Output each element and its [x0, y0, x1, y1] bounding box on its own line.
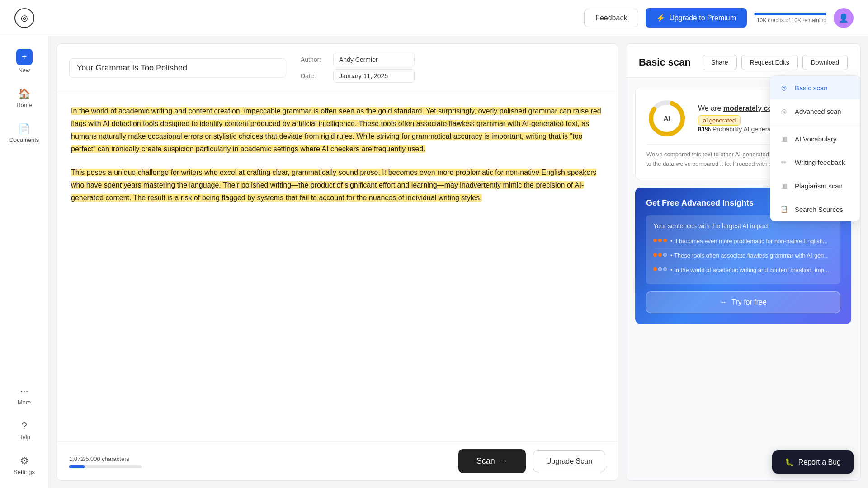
dropdown-divider-1 [770, 125, 860, 125]
footer-right: Scan → Upgrade Scan [458, 449, 605, 473]
sidebar-item-settings[interactable]: ⚙ Settings [5, 450, 43, 481]
right-panel-actions: Share Request Edits Download [703, 55, 848, 70]
sidebar-item-more[interactable]: ··· More [5, 380, 43, 411]
scan-arrow-icon: → [500, 456, 508, 466]
dot-9 [663, 267, 667, 271]
dropdown-label-ai-vocabulary: AI Vocabulary [795, 135, 837, 143]
download-button[interactable]: Download [802, 55, 848, 70]
advanced-scan-icon: ◎ [778, 106, 789, 117]
insights-box-title: Your sentences with the largest AI impac… [653, 222, 833, 230]
right-panel-header: Basic scan Share Request Edits Download [626, 44, 860, 78]
main-layout: + New 🏠 Home 📄 Documents ··· More ? Help… [0, 36, 868, 488]
user-avatar[interactable]: 👤 [834, 8, 854, 28]
document-title-input[interactable] [69, 58, 286, 78]
ai-badge: ai generated [698, 115, 741, 126]
topbar-right: Feedback ⚡ Upgrade to Premium 10K credit… [584, 8, 854, 28]
insights-sentence-1: • It becomes even more problematic for n… [653, 234, 833, 249]
sentence-text-1: • It becomes even more problematic for n… [670, 238, 828, 244]
dropdown-label-basic-scan: Basic scan [795, 84, 828, 92]
dot-6 [663, 253, 667, 257]
meta-fields: Author: Date: [301, 53, 415, 83]
dropdown-label-search-sources: Search Sources [795, 206, 843, 213]
try-free-arrow: → [720, 298, 727, 306]
feedback-button[interactable]: Feedback [584, 9, 638, 27]
dot-1 [653, 239, 657, 242]
right-panel: Basic scan Share Request Edits Download … [626, 43, 861, 481]
try-free-button[interactable]: → Try for free [646, 291, 840, 313]
share-button[interactable]: Share [703, 55, 736, 70]
report-bug-icon: 🐛 [785, 458, 794, 466]
app-logo[interactable]: ◎ [14, 8, 34, 28]
sidebar-item-documents[interactable]: 📄 Documents [5, 117, 43, 149]
highlight-1: In the world of academic writing and con… [71, 107, 601, 153]
ai-vocabulary-icon: ▦ [778, 133, 789, 144]
new-icon: + [16, 49, 33, 65]
dropdown-item-search-sources[interactable]: 📋 Search Sources [770, 197, 860, 221]
sidebar-item-label-more: More [18, 399, 31, 406]
scan-type-dropdown: ◎ Basic scan ◎ Advanced scan ▦ AI Vocabu… [770, 75, 860, 221]
donut-wrap: AI [646, 98, 687, 139]
char-count: 1,072/5,000 characters [69, 455, 129, 462]
right-panel-title: Basic scan [639, 56, 691, 68]
documents-icon: 📄 [18, 123, 30, 135]
dropdown-item-basic-scan[interactable]: ◎ Basic scan [770, 76, 860, 99]
author-label: Author: [301, 56, 328, 63]
report-bug-button[interactable]: 🐛 Report a Bug [772, 450, 854, 474]
dropdown-item-plagiarism-scan[interactable]: ▦ Plagiarism scan [770, 174, 860, 197]
char-progress-bar [69, 465, 142, 468]
insights-sentence-2: • These tools often associate flawless g… [653, 249, 833, 263]
more-icon: ··· [20, 385, 28, 397]
dot-5 [658, 253, 662, 257]
sidebar: + New 🏠 Home 📄 Documents ··· More ? Help… [0, 36, 49, 488]
sidebar-item-label-documents: Documents [9, 136, 39, 143]
editor-footer: 1,072/5,000 characters Scan → Upgrade Sc… [57, 441, 618, 480]
insights-sentence-3: • In the world of academic writing and c… [653, 263, 833, 277]
editor-body[interactable]: In the world of academic writing and con… [57, 92, 618, 441]
sidebar-item-home[interactable]: 🏠 Home [5, 83, 43, 114]
dropdown-label-plagiarism-scan: Plagiarism scan [795, 182, 843, 190]
writing-feedback-icon: ✏ [778, 157, 789, 168]
basic-scan-icon: ◎ [778, 82, 789, 93]
help-icon: ? [21, 420, 27, 432]
donut-label: AI [664, 115, 670, 122]
author-row: Author: [301, 53, 415, 66]
dots-1 [653, 239, 667, 242]
credits-text: 10K credits of 10K remaining [757, 17, 826, 23]
search-sources-icon: 📋 [778, 204, 789, 215]
try-free-label: Try for free [731, 298, 767, 306]
sidebar-item-label-settings: Settings [14, 469, 35, 475]
editor-panel: Author: Date: In the world of academic w… [56, 43, 618, 481]
dropdown-item-ai-vocabulary[interactable]: ▦ AI Vocabulary [770, 127, 860, 150]
highlight-2: This poses a unique challenge for writer… [71, 169, 596, 202]
sidebar-item-new[interactable]: + New [5, 43, 43, 79]
home-icon: 🏠 [18, 88, 30, 100]
insights-box: Your sentences with the largest AI impac… [646, 215, 840, 284]
upgrade-scan-button[interactable]: Upgrade Scan [533, 450, 605, 472]
credits-progress-fill [754, 13, 826, 15]
dots-3 [653, 267, 667, 271]
upgrade-icon: ⚡ [656, 14, 665, 22]
dot-7 [653, 267, 657, 271]
editor-header: Author: Date: [57, 44, 618, 92]
dropdown-label-writing-feedback: Writing feedback [795, 159, 845, 166]
sentence-text-2: • These tools often associate flawless g… [670, 252, 829, 259]
scan-button[interactable]: Scan → [458, 449, 526, 473]
sidebar-item-help[interactable]: ? Help [5, 415, 43, 446]
dropdown-item-advanced-scan[interactable]: ◎ Advanced scan [770, 99, 860, 123]
dots-2 [653, 253, 667, 257]
char-progress-fill [69, 465, 85, 468]
author-input[interactable] [333, 53, 415, 66]
dropdown-label-advanced-scan: Advanced scan [795, 108, 841, 115]
sentence-text-3: • In the world of academic writing and c… [670, 267, 829, 273]
date-input[interactable] [333, 69, 415, 83]
plagiarism-scan-icon: ▦ [778, 180, 789, 191]
paragraph-1: In the world of academic writing and con… [71, 105, 604, 155]
dot-3 [663, 239, 667, 242]
dot-2 [658, 239, 662, 242]
scan-label: Scan [476, 456, 495, 466]
upgrade-button[interactable]: ⚡ Upgrade to Premium [646, 8, 747, 28]
request-edits-button[interactable]: Request Edits [741, 55, 798, 70]
char-count-wrap: 1,072/5,000 characters [69, 455, 142, 468]
dropdown-item-writing-feedback[interactable]: ✏ Writing feedback [770, 150, 860, 174]
date-row: Date: [301, 69, 415, 83]
